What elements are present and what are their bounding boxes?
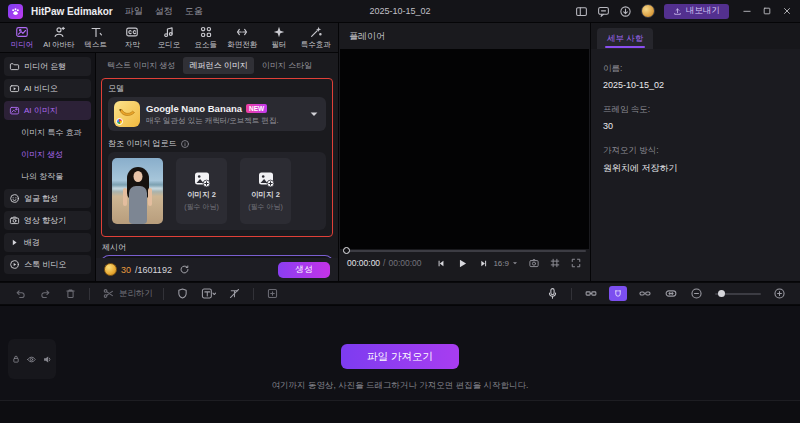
split-label[interactable]: 분리하기 (119, 288, 153, 300)
reference-upload-area: 이미지 2 (필수 아님) 이미지 2 (필수 아님) (108, 152, 326, 230)
chevron-down-icon[interactable] (308, 108, 320, 120)
delete-icon[interactable] (64, 287, 77, 300)
reference-image-2-upload[interactable]: 이미지 2 (필수 아님) (176, 158, 227, 224)
sidebar-item-face-swap[interactable]: 얼굴 합성 (4, 189, 91, 208)
seek-handle[interactable] (343, 247, 350, 254)
player-controls: 00:00:00 / 00:00:00 16:9 (339, 249, 590, 281)
record-voiceover-icon[interactable] (546, 287, 559, 300)
snapshot-icon[interactable] (528, 257, 540, 269)
timeline-area[interactable]: 파일 가져오기 여기까지 동영상, 사진을 드래그하거나 가져오면 편집을 시작… (0, 306, 800, 423)
mask-icon[interactable] (176, 287, 189, 300)
sidebar: 미디어 은행 AI 비디오 AI 이미지 이미지 특수 효과 이미지 생성 나의… (0, 53, 95, 281)
timeline-zoom-slider[interactable] (715, 293, 761, 295)
field-import-method-label: 가져오기 방식: (603, 145, 788, 157)
info-icon[interactable] (180, 139, 190, 149)
ribbon-tab-transitions[interactable]: 화면전환 (224, 25, 261, 50)
sidebar-item-my-creations[interactable]: 나의 창작물 (4, 167, 91, 186)
next-frame-icon[interactable] (477, 258, 488, 269)
ribbon-tab-effects[interactable]: 특수효과 (297, 25, 334, 50)
time-total: 00:00:00 (388, 258, 421, 268)
layout-panels-icon[interactable] (575, 5, 588, 18)
link-clips-icon[interactable] (638, 287, 652, 300)
image-plus-icon (257, 170, 275, 188)
prev-frame-icon[interactable] (435, 258, 446, 269)
player-title: 플레이어 (339, 23, 590, 49)
text-tool-icon[interactable] (201, 287, 216, 300)
user-avatar[interactable] (641, 4, 655, 18)
selection-highlight-box: 모델 Google Nano Banana NEW 매우 일관성 있는 캐릭터/… (101, 78, 333, 237)
maximize-icon[interactable] (762, 6, 772, 16)
model-banana-icon (114, 101, 140, 127)
tab-text-to-image[interactable]: 텍스트 이미지 생성 (101, 57, 181, 74)
sidebar-item-stock-video[interactable]: 스톡 비디오 (4, 255, 91, 274)
menu-help[interactable]: 도움 (185, 5, 203, 18)
upload-section-label-row: 참조 이미지 업로드 (108, 138, 326, 149)
new-badge: NEW (246, 104, 267, 113)
import-files-button[interactable]: 파일 가져오기 (341, 344, 459, 369)
zoom-in-icon[interactable] (773, 287, 786, 300)
sidebar-item-image-generate[interactable]: 이미지 생성 (4, 145, 91, 164)
player-right-controls: 16:9 (493, 257, 582, 269)
close-icon[interactable] (782, 6, 792, 16)
download-icon[interactable] (619, 5, 632, 18)
sidebar-item-video-enhancer[interactable]: 영상 향상기 (4, 211, 91, 230)
field-framerate-label: 프레임 속도: (603, 104, 788, 116)
menu-file[interactable]: 파일 (125, 5, 143, 18)
zoom-slider-handle[interactable] (718, 290, 725, 297)
fit-timeline-icon[interactable] (664, 287, 678, 300)
player-panel: 플레이어 00:00:00 / 00:00:00 16:9 (339, 23, 590, 281)
field-name-value: 2025-10-15_02 (603, 80, 788, 90)
seek-bar[interactable] (343, 250, 586, 252)
sidebar-item-background[interactable]: 배경 (4, 233, 91, 252)
menu-settings[interactable]: 설정 (155, 5, 173, 18)
play-icon[interactable] (455, 257, 468, 270)
sidebar-item-ai-video[interactable]: AI 비디오 (4, 79, 91, 98)
redo-icon[interactable] (39, 287, 52, 300)
app-window: HitPaw Edimakor 파일 설정 도움 2025-10-15_02 내… (0, 0, 800, 423)
ribbon-tab-elements[interactable]: 요소들 (187, 25, 224, 50)
minimize-icon[interactable] (742, 6, 752, 16)
keyframe-icon[interactable] (584, 287, 598, 300)
undo-icon[interactable] (14, 287, 27, 300)
remove-subtitle-icon[interactable] (228, 287, 241, 300)
zoom-out-icon[interactable] (690, 287, 703, 300)
magnet-snap-icon[interactable] (609, 286, 627, 301)
model-description: 매우 일관성 있는 캐릭터/오브젝트 편집. (146, 116, 302, 126)
video-preview[interactable] (340, 49, 589, 249)
generate-button[interactable]: 생성 (278, 262, 330, 278)
aspect-ratio-select[interactable]: 16:9 (493, 259, 519, 268)
window-controls (742, 6, 792, 16)
tab-reference-image[interactable]: 레퍼런스 이미지 (183, 57, 253, 74)
ribbon-tab-text[interactable]: 텍스트 (77, 25, 114, 50)
model-name: Google Nano Banana (146, 103, 242, 114)
tab-details[interactable]: 세부 사항 (597, 28, 653, 49)
model-section-label: 모델 (108, 83, 326, 94)
time-current: 00:00:00 (347, 258, 380, 268)
reference-image-1[interactable] (112, 158, 163, 224)
feedback-icon[interactable] (597, 5, 610, 18)
ribbon-tab-ai-avatar[interactable]: AI 아바타 (41, 25, 78, 50)
field-framerate-value: 30 (603, 121, 788, 131)
field-name-label: 이름: (603, 63, 788, 75)
credits-bar: 30 /1601192 생성 (96, 258, 338, 281)
app-logo-icon (8, 4, 23, 19)
refresh-icon[interactable] (179, 264, 190, 275)
split-scissors-icon[interactable] (102, 287, 115, 300)
sidebar-item-media-bank[interactable]: 미디어 은행 (4, 57, 91, 76)
grid-icon[interactable] (549, 257, 561, 269)
tab-image-style[interactable]: 이미지 스타일 (256, 57, 318, 74)
sidebar-item-ai-image[interactable]: AI 이미지 (4, 101, 91, 120)
add-frame-icon[interactable] (266, 287, 279, 300)
sidebar-item-image-fx[interactable]: 이미지 특수 효과 (4, 123, 91, 142)
coin-icon (104, 263, 117, 276)
ribbon-tab-subtitles[interactable]: 자막 (114, 25, 151, 50)
ai-image-panel: 텍스트 이미지 생성 레퍼런스 이미지 이미지 스타일 모델 Google Na… (96, 53, 338, 281)
ribbon-tab-media[interactable]: 미디어 (4, 25, 41, 50)
fullscreen-icon[interactable] (570, 257, 582, 269)
ribbon-tab-audio[interactable]: 오디오 (151, 25, 188, 50)
model-selector[interactable]: Google Nano Banana NEW 매우 일관성 있는 캐릭터/오브젝… (108, 97, 326, 131)
ribbon-tab-filters[interactable]: 필터 (261, 25, 298, 50)
drop-hint-text: 여기까지 동영상, 사진을 드래그하거나 가져오면 편집을 시작합니다. (272, 380, 529, 392)
reference-image-3-upload[interactable]: 이미지 2 (필수 아님) (240, 158, 291, 224)
export-button[interactable]: 내보내기 (664, 4, 729, 19)
